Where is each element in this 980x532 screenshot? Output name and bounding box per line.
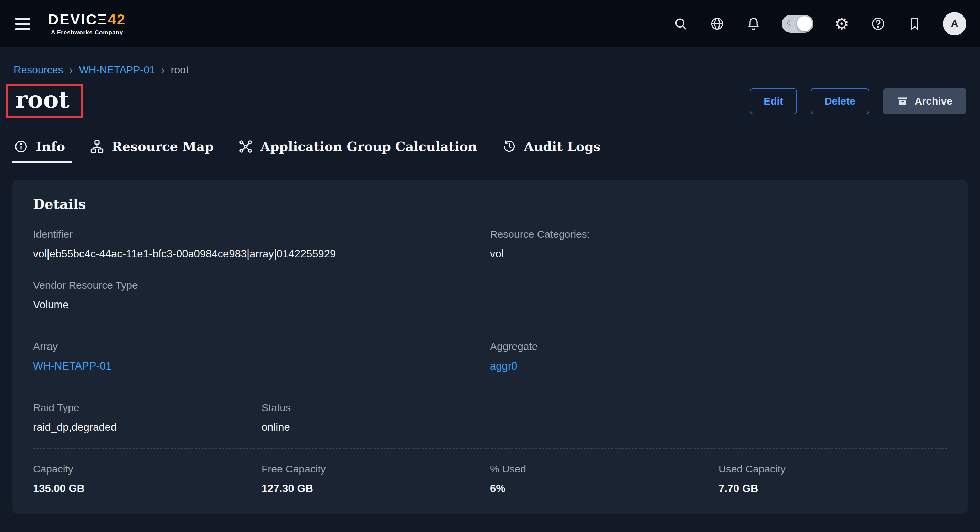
field-capacity-label: Capacity <box>33 463 261 475</box>
gear-icon[interactable]: ⚙ <box>834 16 850 32</box>
field-vendor-resource-type-value: Volume <box>33 299 490 311</box>
field-identifier: Identifier vol|eb55bc4c-44ac-11e1-bfc3-0… <box>33 228 490 260</box>
archive-button[interactable]: Archive <box>883 88 966 114</box>
breadcrumb: Resources › WH-NETAPP-01 › root <box>0 48 980 76</box>
tab-audit-logs-label: Audit Logs <box>524 139 601 154</box>
archive-button-label: Archive <box>915 95 953 107</box>
field-percent-used-value: 6% <box>490 483 719 495</box>
info-icon <box>14 139 28 154</box>
logo-subtitle: A Freshworks Company <box>51 30 123 35</box>
moon-icon: ☾ <box>787 18 795 29</box>
field-vendor-resource-type: Vendor Resource Type Volume <box>33 279 490 311</box>
tab-application-group-calculation[interactable]: Application Group Calculation <box>239 139 479 163</box>
field-aggregate-label: Aggregate <box>490 341 947 352</box>
breadcrumb-resources[interactable]: Resources <box>14 64 63 76</box>
hamburger-menu-icon[interactable] <box>14 15 32 33</box>
top-bar: DEVICΞ42 A Freshworks Company ☾ ⚙ A <box>0 0 980 48</box>
avatar[interactable]: A <box>943 12 966 35</box>
breadcrumb-current: root <box>171 64 189 76</box>
field-raid-type-value: raid_dp,degraded <box>33 421 261 433</box>
field-array: Array WH-NETAPP-01 <box>33 341 490 372</box>
bell-icon[interactable] <box>745 16 762 32</box>
details-heading: Details <box>33 196 947 212</box>
tab-bar: Info Resource Map Application Group Calc… <box>0 118 980 163</box>
details-grid-raid-status: Raid Type raid_dp,degraded Status online <box>33 402 947 433</box>
section-divider <box>33 325 947 326</box>
tab-audit-logs[interactable]: Audit Logs <box>502 139 602 163</box>
details-grid-identifier: Identifier vol|eb55bc4c-44ac-11e1-bfc3-0… <box>33 228 947 311</box>
tab-info-label: Info <box>36 139 65 154</box>
field-used-capacity: Used Capacity 7.70 GB <box>719 463 947 495</box>
breadcrumb-separator: › <box>161 64 165 76</box>
tab-resource-map[interactable]: Resource Map <box>90 139 215 163</box>
globe-icon[interactable] <box>709 16 725 32</box>
field-used-capacity-value: 7.70 GB <box>719 483 947 495</box>
section-divider <box>33 387 947 387</box>
sitemap-icon <box>90 139 104 154</box>
section-divider <box>33 448 947 449</box>
logo-text: DEVICΞ42 <box>48 13 126 27</box>
details-grid-capacity: Capacity 135.00 GB Free Capacity 127.30 … <box>33 463 947 495</box>
breadcrumb-wh-netapp-01[interactable]: WH-NETAPP-01 <box>79 64 155 76</box>
details-grid-array: Array WH-NETAPP-01 Aggregate aggr0 <box>33 341 947 372</box>
breadcrumb-separator: › <box>69 64 73 76</box>
search-icon[interactable] <box>672 16 689 32</box>
field-free-capacity-value: 127.30 GB <box>261 483 490 495</box>
theme-toggle[interactable]: ☾ <box>782 15 813 33</box>
field-free-capacity: Free Capacity 127.30 GB <box>261 463 490 495</box>
field-status: Status online <box>261 402 490 433</box>
field-percent-used: % Used 6% <box>490 463 719 495</box>
archive-icon <box>897 95 908 107</box>
delete-button[interactable]: Delete <box>811 88 869 114</box>
field-capacity-value: 135.00 GB <box>33 483 261 495</box>
field-free-capacity-label: Free Capacity <box>261 463 490 475</box>
help-icon[interactable] <box>870 16 886 32</box>
field-aggregate-link[interactable]: aggr0 <box>490 360 947 372</box>
field-raid-type: Raid Type raid_dp,degraded <box>33 402 261 433</box>
field-vendor-resource-type-label: Vendor Resource Type <box>33 279 490 291</box>
tab-info[interactable]: Info <box>14 139 67 163</box>
tab-resource-map-label: Resource Map <box>112 139 214 154</box>
bookmark-icon[interactable] <box>906 16 923 32</box>
field-identifier-label: Identifier <box>33 228 490 240</box>
field-status-value: online <box>261 421 490 433</box>
field-percent-used-label: % Used <box>490 463 719 475</box>
field-array-label: Array <box>33 341 490 352</box>
page-title: root <box>15 86 70 113</box>
details-card: Details Identifier vol|eb55bc4c-44ac-11e… <box>13 180 967 514</box>
title-annotation-box: root <box>6 84 83 118</box>
toggle-knob <box>797 16 812 31</box>
field-status-label: Status <box>261 402 490 414</box>
field-raid-type-label: Raid Type <box>33 402 261 414</box>
edit-button[interactable]: Edit <box>750 88 797 114</box>
field-identifier-value: vol|eb55bc4c-44ac-11e1-bfc3-00a0984ce983… <box>33 248 490 260</box>
field-array-link[interactable]: WH-NETAPP-01 <box>33 360 490 372</box>
field-resource-categories-value: vol <box>490 248 947 260</box>
action-buttons: Edit Delete Archive <box>750 88 966 114</box>
tab-application-group-calculation-label: Application Group Calculation <box>261 139 477 154</box>
field-aggregate: Aggregate aggr0 <box>490 341 947 372</box>
title-row: root Edit Delete Archive <box>0 76 980 118</box>
field-used-capacity-label: Used Capacity <box>719 463 947 475</box>
application-group-icon <box>239 139 253 154</box>
topbar-actions: ☾ ⚙ A <box>672 12 966 35</box>
field-resource-categories: Resource Categories: vol <box>490 228 947 260</box>
field-capacity: Capacity 135.00 GB <box>33 463 261 495</box>
history-icon <box>502 139 517 154</box>
device42-logo[interactable]: DEVICΞ42 A Freshworks Company <box>48 13 126 35</box>
field-resource-categories-label: Resource Categories: <box>490 228 947 240</box>
